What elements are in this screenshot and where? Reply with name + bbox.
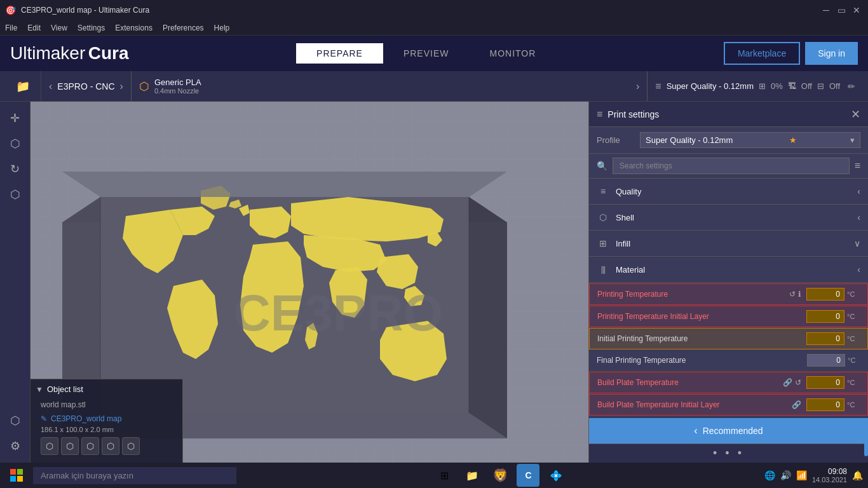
printing-temperature-label: Printing Temperature [597, 290, 789, 299]
material-name: Generic PLA [154, 78, 201, 87]
open-folder-icon[interactable]: 📁 [13, 76, 33, 97]
shell-category: ⬡ Shell ‹ [589, 205, 868, 231]
material-info: Generic PLA 0.4mm Nozzle [154, 78, 201, 95]
object-list-toggle[interactable]: ▼ [36, 385, 43, 394]
marketplace-button[interactable]: Marketplace [724, 42, 800, 65]
clock-display: 09:08 14.03.2021 [812, 467, 847, 484]
sidebar-rotate-tool[interactable]: ↻ [4, 158, 27, 180]
start-button[interactable] [5, 464, 28, 487]
svg-text:CE3PRO: CE3PRO [234, 285, 443, 341]
print-settings-title: Print settings [607, 109, 659, 119]
build-plate-reset-icon[interactable]: ↺ [795, 378, 801, 387]
menu-help[interactable]: Help [214, 24, 230, 32]
signin-button[interactable]: Sign in [805, 42, 858, 65]
final-printing-temp-row: Final Printing Temperature °C [589, 350, 868, 371]
build-plate-link-icon[interactable]: 🔗 [783, 378, 792, 387]
svg-rect-25 [10, 469, 16, 475]
quality-icon: ≡ [597, 185, 609, 198]
edit-profile-icon[interactable]: ✏ [848, 81, 855, 92]
taskbar-search-input[interactable] [33, 467, 236, 484]
taskbar-other[interactable]: 💠 [545, 464, 567, 487]
menu-preferences[interactable]: Preferences [163, 24, 204, 32]
logo: Ultimaker Cura [10, 43, 128, 64]
printing-temperature-input[interactable] [806, 288, 844, 301]
transform-copy-icon[interactable]: ⬡ [61, 437, 79, 455]
menu-extensions[interactable]: Extensions [115, 24, 153, 32]
maximize-button[interactable]: ▭ [835, 4, 848, 17]
menu-file[interactable]: File [5, 24, 17, 32]
logo-cura: Cura [88, 43, 129, 64]
initial-printing-temp-input[interactable] [806, 332, 844, 345]
transform-cube-icon[interactable]: ⬡ [41, 437, 58, 455]
recommended-button[interactable]: ‹ Recommended [589, 418, 868, 444]
printing-temp-initial-input[interactable] [806, 310, 844, 323]
right-panel: ≡ Print settings ✕ Profile Super Quality… [588, 102, 868, 463]
recommended-label: Recommended [703, 426, 763, 436]
nav-tabs: PREPARE PREVIEW MONITOR [296, 43, 556, 64]
svg-marker-3 [469, 197, 507, 438]
viewport[interactable]: CE3PRO ▼ Object list world map.stl ✎ CE3… [31, 102, 588, 463]
tray-sound-icon[interactable]: 🔊 [780, 470, 791, 480]
printer-selector[interactable]: ‹ E3PRO - CNC › [41, 71, 132, 101]
menu-edit[interactable]: Edit [27, 24, 41, 32]
taskbar: ⊞ 📁 🦁 C 💠 🌐 🔊 📶 09:08 14.03.2021 🔔 [0, 463, 868, 488]
menu-view[interactable]: View [51, 24, 67, 32]
close-button[interactable]: ✕ [850, 4, 863, 17]
clock-time: 09:08 [812, 467, 847, 476]
tray-wifi-icon[interactable]: 📶 [796, 470, 807, 480]
tray-network-icon[interactable]: 🌐 [764, 470, 775, 480]
header: Ultimaker Cura PREPARE PREVIEW MONITOR M… [0, 36, 868, 71]
transform-flip-icon[interactable]: ⬡ [81, 437, 99, 455]
search-settings-input[interactable] [613, 158, 850, 174]
printing-temperature-row: Printing Temperature ↺ ℹ °C [589, 283, 868, 305]
toolbar: 📁 ‹ E3PRO - CNC › ⬡ Generic PLA 0.4mm No… [0, 71, 868, 102]
infill-category-header[interactable]: ⊞ Infill ∨ [589, 231, 868, 256]
panel-menu-icon[interactable]: ≡ [597, 109, 602, 120]
transform-rotate-icon[interactable]: ⬡ [102, 437, 119, 455]
reset-icon[interactable]: ↺ [789, 290, 796, 299]
panel-close-button[interactable]: ✕ [851, 107, 860, 121]
taskbar-icons: ⊞ 📁 🦁 C 💠 [433, 464, 567, 487]
shell-category-header[interactable]: ⬡ Shell ‹ [589, 205, 868, 230]
chevron-left-icon: ‹ [49, 81, 52, 92]
panel-footer: • • • [589, 444, 868, 463]
sidebar-mirror-tool[interactable]: ⬡ [4, 183, 27, 206]
sidebar-settings-tool[interactable]: ⚙ [4, 435, 27, 458]
transform-align-icon[interactable]: ⬡ [122, 437, 140, 455]
sidebar-move-tool[interactable]: ✛ [4, 107, 27, 130]
build-plate-initial-link-icon[interactable]: 🔗 [792, 400, 801, 409]
edit-model-icon[interactable]: ✎ [41, 414, 47, 423]
quality-name: Quality [616, 187, 851, 196]
tray-notifications-icon[interactable]: 🔔 [852, 470, 863, 480]
settings-list-icon[interactable]: ≡ [855, 160, 860, 172]
taskbar-brave[interactable]: 🦁 [489, 464, 512, 487]
material-selector[interactable]: ⬡ Generic PLA 0.4mm Nozzle › [132, 71, 648, 101]
tab-monitor[interactable]: MONITOR [470, 43, 557, 64]
material-category-header[interactable]: ||| Material ‹ [589, 257, 868, 282]
settings-profile-selector[interactable]: ≡ Super Quality - 0.12mm ⊞ 0% 🏗 Off ⊟ Of… [648, 71, 863, 101]
quality-category-header[interactable]: ≡ Quality ‹ [589, 179, 868, 204]
infill-cat-icon: ⊞ [597, 237, 609, 250]
print-settings-header: ≡ Print settings ✕ [589, 102, 868, 127]
object-list-header: ▼ Object list [36, 384, 177, 394]
object-filename: world map.stl [36, 399, 177, 410]
sidebar-scale-tool[interactable]: ⬡ [4, 132, 27, 155]
object-transforms: ⬡ ⬡ ⬡ ⬡ ⬡ [36, 435, 177, 458]
scrollbar-indicator[interactable] [864, 418, 868, 456]
sidebar-support-tool[interactable]: ⬡ [4, 409, 27, 432]
build-plate-temp-input[interactable] [806, 376, 844, 389]
model-name: CE3PRO_world map [51, 414, 121, 423]
profile-select[interactable]: Super Quality - 0.12mm ★ ▾ [640, 132, 860, 148]
tab-prepare[interactable]: PREPARE [296, 43, 383, 64]
build-plate-temp-initial-unit: °C [847, 401, 860, 409]
build-plate-temp-initial-input[interactable] [806, 398, 844, 411]
minimize-button[interactable]: ─ [820, 4, 832, 17]
taskbar-explorer[interactable]: 📁 [461, 464, 484, 487]
final-printing-temp-input[interactable] [807, 354, 845, 367]
taskbar-cura[interactable]: C [517, 464, 539, 487]
menu-settings[interactable]: Settings [78, 24, 105, 32]
info-icon[interactable]: ℹ [798, 290, 801, 299]
tab-preview[interactable]: PREVIEW [383, 43, 470, 64]
taskbar-task-view[interactable]: ⊞ [433, 464, 456, 487]
material-nozzle: 0.4mm Nozzle [154, 87, 201, 95]
